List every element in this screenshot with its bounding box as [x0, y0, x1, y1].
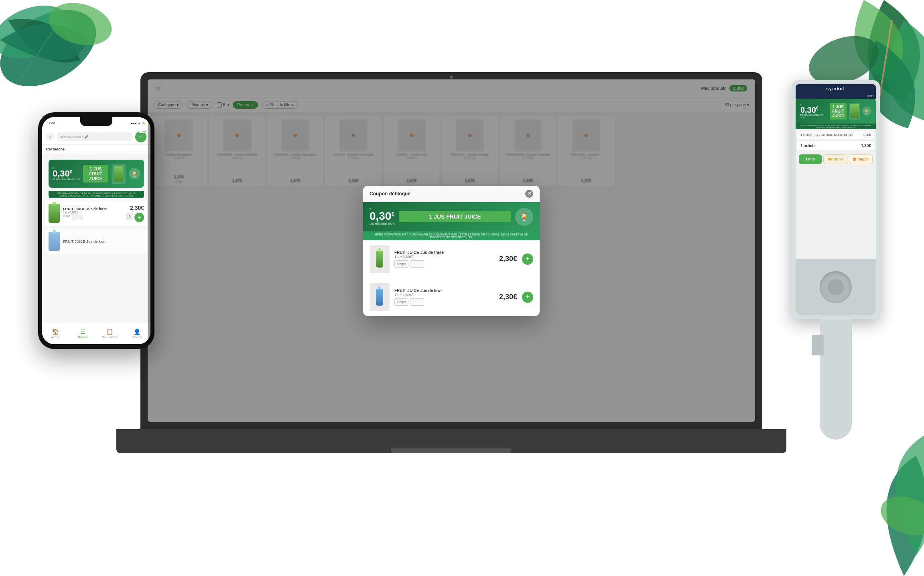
phone-nav-mesproducts[interactable]: 📋 Mes produits [96, 329, 124, 339]
modal-promo-price: 0,30€ [370, 211, 395, 222]
phone-nav-compte-label: Compte [132, 336, 142, 339]
laptop-camera [450, 75, 453, 79]
scanner-subtotal: 1 article 1,30€ [797, 141, 874, 150]
phone-promo-banner: € 0,30€ DE REMISE IMMÉDIATE SUR 1 JUS FR… [49, 160, 144, 188]
phone-section-title: Recherche [42, 145, 150, 154]
phone-search-placeholder: Rechercher un p [60, 135, 83, 139]
phone-product-qty-1: 1 b • 2,30€/l [63, 211, 123, 214]
scanner-device: symbol 0315 € 0,30€ DE REMISE IMMÉDIATE … [772, 80, 900, 481]
scanner-joystick[interactable] [820, 271, 852, 303]
coupon-modal: Coupon débloqué ✕ € 0,30€ DE REMISE SUR … [363, 186, 540, 316]
scanner-info-icon: ℹ [806, 157, 807, 161]
modal-qty-value-1 [410, 260, 424, 268]
phone-nav-compte[interactable]: 👤 Compte [124, 329, 151, 339]
modal-promo-banner: € 0,30€ DE REMISE SUR 1 JUS FRUIT JUICE … [363, 202, 540, 231]
phone-product-bottle-1 [49, 204, 60, 223]
scanner-promo-banner: € 0,30€ DE REMISE IMMÉDIATE SUR 1 JUS FR… [796, 99, 876, 124]
scanner-suppr-icon: 🗑 [853, 157, 856, 161]
phone-stock-label-1: Dispo [63, 215, 70, 220]
modal-product-info-1: FRUIT JUICE Jus de frase 1 b • 2,30€/l D… [394, 250, 494, 268]
phone-add-button-1[interactable]: + [134, 213, 144, 222]
scanner-actions: ℹ Info 🎫 Bons 🗑 Suppr. [796, 152, 876, 166]
phone-bottom-nav: 🏠 Accueil ☰ Rayons 📋 Mes produits 👤 Comp… [42, 322, 150, 344]
phone-promo-circle-icon: 🍹 [129, 168, 140, 179]
scanner-joystick-inner [828, 279, 844, 295]
modal-promo-note: HORS PROMOTION EN COURS. VALABLE UNIQUEM… [363, 231, 540, 240]
scanner-subtotal-label: 1 article [800, 144, 816, 148]
modal-close-button[interactable]: ✕ [525, 190, 533, 198]
phone-nav-rayons-label: Rayons [78, 336, 87, 339]
phone-qty-box-1[interactable] [72, 215, 83, 220]
modal-add-button-2[interactable]: + [522, 292, 533, 303]
scanner-bons-button[interactable]: 🎫 Bons [823, 154, 847, 164]
phone-promo-label: DE REMISE IMMÉDIATE SUR [53, 178, 80, 181]
scanner-product-row: 1 COOKIES - COOKIE NOUGATINE 1,30€ [797, 131, 874, 139]
phone-promo-product-name: 1 JUS FRUIT JUICE [83, 165, 108, 183]
modal-product-img-1 [370, 245, 390, 273]
phone-product-actions-1: 2,30€ ℹ + [126, 205, 144, 222]
phone-product-price-1: 2,30€ [130, 205, 144, 211]
phone-nav-rayons-icon: ☰ [80, 329, 85, 335]
phone-nav-compte-icon: 👤 [134, 329, 140, 335]
phone-product-stock-1: Dispo [63, 215, 123, 220]
scanner-promo-price: 0,30€ [800, 106, 827, 114]
modal-promo-product-name: 1 JUS FRUIT JUICE [399, 211, 511, 222]
phone-nav-accueil[interactable]: 🏠 Accueil [42, 329, 69, 339]
phone-promo-currency-label: € [53, 167, 80, 169]
phone-promo-price-block: € 0,30€ DE REMISE IMMÉDIATE SUR [53, 167, 80, 181]
scanner-promo-circle-icon: 🍹 [862, 107, 871, 116]
modal-qty-controls-2: Dispo [394, 298, 494, 306]
phone-promo-container: € 0,30€ DE REMISE IMMÉDIATE SUR 1 JUS FR… [45, 156, 147, 198]
scanner-brand: symbol [796, 84, 876, 93]
phone-cart-button[interactable]: 🛒 1,30€ [135, 131, 146, 142]
scanner-suppr-label: Suppr. [857, 157, 869, 161]
modal-promo-price-block: € 0,30€ DE REMISE SUR [370, 208, 395, 225]
scanner-promo-img [849, 103, 860, 120]
modal-promo-currency-sup: € [392, 211, 395, 217]
laptop-screen: 🛒 Mes produits 1,30€ Catégorie ▾ Marque … [148, 79, 755, 422]
modal-product-name-1: FRUIT JUICE Jus de frase [394, 250, 494, 255]
modal-qty-dispo-2: Dispo [394, 298, 408, 306]
phone-product-row-1: FRUIT JUICE Jus de frase 1 b • 2,30€/l D… [45, 201, 147, 226]
phone-time: 17:00 [47, 122, 55, 125]
modal-product-item-2: FRUIT JUICE Jus de kiwi 1 b • 2,30€/l Di… [363, 278, 540, 316]
scanner-id: 0315 [796, 93, 876, 99]
smartphone: 17:00 ●●● ▲ 🔋 ‹ Rechercher un p 🎤 🛒 1,30… [38, 112, 154, 349]
scanner-suppr-button[interactable]: 🗑 Suppr. [849, 154, 873, 164]
phone-mic-icon: 🎤 [84, 135, 88, 139]
phone-promo-note-bar: HORS PROMOTION EN COURS. VALABLE UNIQUEM… [49, 191, 144, 198]
modal-promo-currency-label: € [370, 208, 395, 211]
phone-promo-price: 0,30€ [53, 169, 80, 178]
phone-info-button-1[interactable]: ℹ [126, 213, 133, 220]
scanner-handle [820, 319, 852, 440]
modal-add-button-1[interactable]: + [522, 254, 533, 265]
phone-nav-products-icon: 📋 [106, 329, 113, 335]
scanner-trigger[interactable] [812, 335, 824, 355]
modal-qty-controls-1: Dispo [394, 260, 494, 268]
scanner-promo-price-block: € 0,30€ DE REMISE IMMÉDIATE SUR [800, 103, 827, 119]
phone-nav-rayons[interactable]: ☰ Rayons [69, 329, 97, 339]
phone-action-buttons-1: ℹ + [126, 213, 144, 222]
phone-search-bar: ‹ Rechercher un p 🎤 🛒 1,30€ [42, 129, 150, 145]
svg-line-2 [20, 20, 60, 80]
modal-overlay: Coupon débloqué ✕ € 0,30€ DE REMISE SUR … [148, 79, 755, 422]
laptop-body: 🛒 Mes produits 1,30€ Catégorie ▾ Marque … [140, 72, 762, 429]
scanner-info-label: Info [808, 157, 815, 161]
phone-signal: ●●● ▲ 🔋 [131, 122, 146, 125]
modal-product-name-2: FRUIT JUICE Jus de kiwi [394, 288, 494, 293]
laptop-base [116, 429, 786, 453]
svg-point-1 [0, 0, 78, 69]
phone-back-button[interactable]: ‹ [46, 133, 54, 141]
phone-product-name-1: FRUIT JUICE Jus de frase [63, 207, 123, 211]
phone-product-name-2: FRUIT JUICE Jus de kiwi [63, 239, 144, 243]
phone-nav-home-icon: 🏠 [52, 329, 59, 335]
scanner-info-button[interactable]: ℹ Info [799, 154, 822, 164]
phone-body: 17:00 ●●● ▲ 🔋 ‹ Rechercher un p 🎤 🛒 1,30… [38, 112, 154, 349]
scanner-product-price: 1,30€ [863, 133, 871, 137]
modal-promo-icon: 🍹 [515, 208, 533, 226]
modal-product-qty-1: 1 b • 2,30€/l [394, 255, 494, 259]
phone-promo-img [112, 164, 126, 184]
phone-nav-products-label: Mes produits [102, 336, 118, 339]
laptop: 🛒 Mes produits 1,30€ Catégorie ▾ Marque … [140, 72, 762, 453]
phone-search-input[interactable]: Rechercher un p 🎤 [57, 132, 133, 141]
